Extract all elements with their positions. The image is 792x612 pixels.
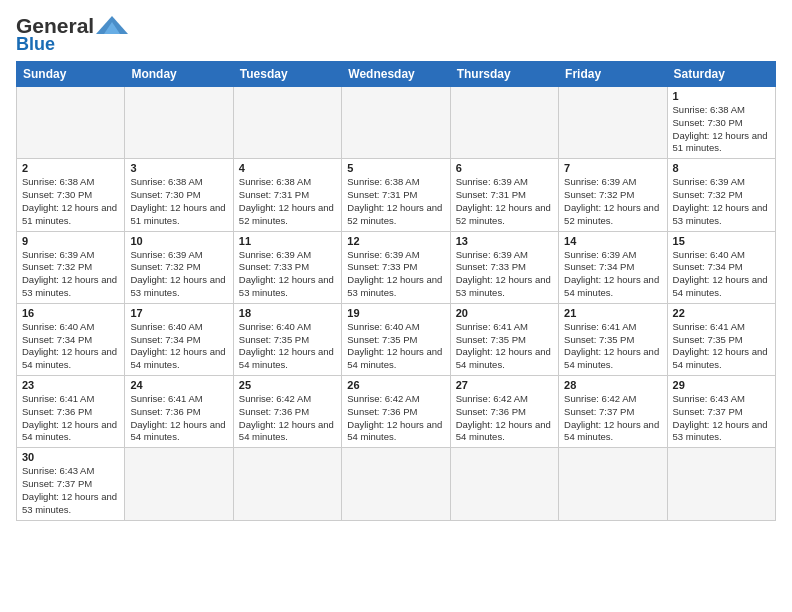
day-info: Sunrise: 6:43 AM Sunset: 7:37 PM Dayligh…: [673, 393, 770, 444]
day-info: Sunrise: 6:38 AM Sunset: 7:31 PM Dayligh…: [239, 176, 336, 227]
day-info: Sunrise: 6:42 AM Sunset: 7:36 PM Dayligh…: [239, 393, 336, 444]
day-number: 22: [673, 307, 770, 319]
calendar-cell: 26Sunrise: 6:42 AM Sunset: 7:36 PM Dayli…: [342, 376, 450, 448]
logo-area: General Blue: [16, 10, 128, 55]
day-number: 25: [239, 379, 336, 391]
day-number: 8: [673, 162, 770, 174]
day-info: Sunrise: 6:42 AM Sunset: 7:36 PM Dayligh…: [347, 393, 444, 444]
calendar-cell: 21Sunrise: 6:41 AM Sunset: 7:35 PM Dayli…: [559, 303, 667, 375]
day-info: Sunrise: 6:41 AM Sunset: 7:35 PM Dayligh…: [673, 321, 770, 372]
weekday-header-thursday: Thursday: [450, 62, 558, 87]
calendar-cell: 3Sunrise: 6:38 AM Sunset: 7:30 PM Daylig…: [125, 159, 233, 231]
day-info: Sunrise: 6:38 AM Sunset: 7:30 PM Dayligh…: [22, 176, 119, 227]
calendar-cell: 30Sunrise: 6:43 AM Sunset: 7:37 PM Dayli…: [17, 448, 125, 520]
day-number: 30: [22, 451, 119, 463]
day-number: 18: [239, 307, 336, 319]
day-info: Sunrise: 6:39 AM Sunset: 7:32 PM Dayligh…: [564, 176, 661, 227]
calendar-cell: [342, 87, 450, 159]
week-row-4: 16Sunrise: 6:40 AM Sunset: 7:34 PM Dayli…: [17, 303, 776, 375]
calendar-cell: 10Sunrise: 6:39 AM Sunset: 7:32 PM Dayli…: [125, 231, 233, 303]
calendar-cell: 20Sunrise: 6:41 AM Sunset: 7:35 PM Dayli…: [450, 303, 558, 375]
calendar-cell: [450, 448, 558, 520]
calendar-cell: 7Sunrise: 6:39 AM Sunset: 7:32 PM Daylig…: [559, 159, 667, 231]
day-info: Sunrise: 6:40 AM Sunset: 7:34 PM Dayligh…: [673, 249, 770, 300]
calendar-cell: 15Sunrise: 6:40 AM Sunset: 7:34 PM Dayli…: [667, 231, 775, 303]
calendar-cell: 1Sunrise: 6:38 AM Sunset: 7:30 PM Daylig…: [667, 87, 775, 159]
day-number: 10: [130, 235, 227, 247]
calendar-cell: 12Sunrise: 6:39 AM Sunset: 7:33 PM Dayli…: [342, 231, 450, 303]
week-row-2: 2Sunrise: 6:38 AM Sunset: 7:30 PM Daylig…: [17, 159, 776, 231]
day-info: Sunrise: 6:39 AM Sunset: 7:33 PM Dayligh…: [347, 249, 444, 300]
day-info: Sunrise: 6:40 AM Sunset: 7:34 PM Dayligh…: [130, 321, 227, 372]
calendar-cell: 18Sunrise: 6:40 AM Sunset: 7:35 PM Dayli…: [233, 303, 341, 375]
day-info: Sunrise: 6:39 AM Sunset: 7:32 PM Dayligh…: [673, 176, 770, 227]
calendar-cell: [559, 87, 667, 159]
calendar-cell: 22Sunrise: 6:41 AM Sunset: 7:35 PM Dayli…: [667, 303, 775, 375]
calendar-cell: [450, 87, 558, 159]
calendar-cell: [125, 87, 233, 159]
week-row-6: 30Sunrise: 6:43 AM Sunset: 7:37 PM Dayli…: [17, 448, 776, 520]
weekday-header-monday: Monday: [125, 62, 233, 87]
day-number: 7: [564, 162, 661, 174]
weekday-header-tuesday: Tuesday: [233, 62, 341, 87]
day-info: Sunrise: 6:41 AM Sunset: 7:36 PM Dayligh…: [130, 393, 227, 444]
day-info: Sunrise: 6:38 AM Sunset: 7:31 PM Dayligh…: [347, 176, 444, 227]
day-number: 29: [673, 379, 770, 391]
day-number: 4: [239, 162, 336, 174]
day-info: Sunrise: 6:39 AM Sunset: 7:32 PM Dayligh…: [22, 249, 119, 300]
day-number: 5: [347, 162, 444, 174]
calendar-cell: 2Sunrise: 6:38 AM Sunset: 7:30 PM Daylig…: [17, 159, 125, 231]
calendar-cell: 11Sunrise: 6:39 AM Sunset: 7:33 PM Dayli…: [233, 231, 341, 303]
calendar-cell: 17Sunrise: 6:40 AM Sunset: 7:34 PM Dayli…: [125, 303, 233, 375]
calendar-cell: 23Sunrise: 6:41 AM Sunset: 7:36 PM Dayli…: [17, 376, 125, 448]
calendar-cell: 5Sunrise: 6:38 AM Sunset: 7:31 PM Daylig…: [342, 159, 450, 231]
calendar-cell: 29Sunrise: 6:43 AM Sunset: 7:37 PM Dayli…: [667, 376, 775, 448]
calendar-cell: [17, 87, 125, 159]
day-info: Sunrise: 6:42 AM Sunset: 7:36 PM Dayligh…: [456, 393, 553, 444]
day-number: 17: [130, 307, 227, 319]
calendar-cell: 25Sunrise: 6:42 AM Sunset: 7:36 PM Dayli…: [233, 376, 341, 448]
calendar-cell: 14Sunrise: 6:39 AM Sunset: 7:34 PM Dayli…: [559, 231, 667, 303]
calendar-cell: 8Sunrise: 6:39 AM Sunset: 7:32 PM Daylig…: [667, 159, 775, 231]
weekday-header-friday: Friday: [559, 62, 667, 87]
calendar-cell: [125, 448, 233, 520]
calendar-cell: 27Sunrise: 6:42 AM Sunset: 7:36 PM Dayli…: [450, 376, 558, 448]
calendar-cell: [342, 448, 450, 520]
day-number: 12: [347, 235, 444, 247]
calendar-cell: 9Sunrise: 6:39 AM Sunset: 7:32 PM Daylig…: [17, 231, 125, 303]
weekday-header-saturday: Saturday: [667, 62, 775, 87]
week-row-3: 9Sunrise: 6:39 AM Sunset: 7:32 PM Daylig…: [17, 231, 776, 303]
weekday-header-sunday: Sunday: [17, 62, 125, 87]
calendar-cell: 24Sunrise: 6:41 AM Sunset: 7:36 PM Dayli…: [125, 376, 233, 448]
calendar-cell: 6Sunrise: 6:39 AM Sunset: 7:31 PM Daylig…: [450, 159, 558, 231]
calendar-cell: 4Sunrise: 6:38 AM Sunset: 7:31 PM Daylig…: [233, 159, 341, 231]
calendar-cell: 16Sunrise: 6:40 AM Sunset: 7:34 PM Dayli…: [17, 303, 125, 375]
weekday-header-row: SundayMondayTuesdayWednesdayThursdayFrid…: [17, 62, 776, 87]
calendar-cell: 19Sunrise: 6:40 AM Sunset: 7:35 PM Dayli…: [342, 303, 450, 375]
day-info: Sunrise: 6:38 AM Sunset: 7:30 PM Dayligh…: [130, 176, 227, 227]
weekday-header-wednesday: Wednesday: [342, 62, 450, 87]
day-info: Sunrise: 6:39 AM Sunset: 7:33 PM Dayligh…: [456, 249, 553, 300]
day-number: 11: [239, 235, 336, 247]
day-info: Sunrise: 6:42 AM Sunset: 7:37 PM Dayligh…: [564, 393, 661, 444]
day-number: 16: [22, 307, 119, 319]
day-number: 1: [673, 90, 770, 102]
day-info: Sunrise: 6:39 AM Sunset: 7:34 PM Dayligh…: [564, 249, 661, 300]
calendar-cell: 28Sunrise: 6:42 AM Sunset: 7:37 PM Dayli…: [559, 376, 667, 448]
day-number: 26: [347, 379, 444, 391]
week-row-1: 1Sunrise: 6:38 AM Sunset: 7:30 PM Daylig…: [17, 87, 776, 159]
day-info: Sunrise: 6:41 AM Sunset: 7:35 PM Dayligh…: [456, 321, 553, 372]
logo: General Blue: [16, 14, 128, 55]
day-number: 21: [564, 307, 661, 319]
day-info: Sunrise: 6:43 AM Sunset: 7:37 PM Dayligh…: [22, 465, 119, 516]
day-number: 24: [130, 379, 227, 391]
day-info: Sunrise: 6:39 AM Sunset: 7:31 PM Dayligh…: [456, 176, 553, 227]
day-info: Sunrise: 6:39 AM Sunset: 7:32 PM Dayligh…: [130, 249, 227, 300]
calendar-cell: [233, 87, 341, 159]
day-number: 2: [22, 162, 119, 174]
page: General Blue SundayMondayTuesdayWednesda…: [0, 0, 792, 531]
day-info: Sunrise: 6:38 AM Sunset: 7:30 PM Dayligh…: [673, 104, 770, 155]
day-info: Sunrise: 6:40 AM Sunset: 7:35 PM Dayligh…: [239, 321, 336, 372]
day-number: 28: [564, 379, 661, 391]
calendar-cell: [667, 448, 775, 520]
